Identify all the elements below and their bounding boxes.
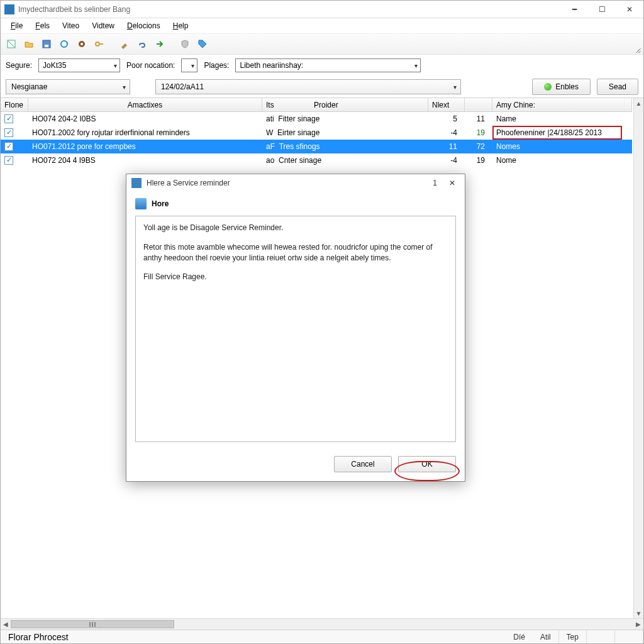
tool-link-icon[interactable] <box>135 37 149 51</box>
dialog-body: Yoll age is be Disagole Service Reminder… <box>135 216 456 442</box>
dialog-heading: Hore <box>152 199 169 208</box>
ok-button[interactable]: OK <box>398 456 456 472</box>
col-nlext[interactable]: Nlext <box>428 98 465 112</box>
tool-key-icon[interactable] <box>92 37 106 51</box>
dialog-heading-icon <box>135 198 147 209</box>
menubar: File Fels Viteo Vidtew Delocions Help <box>1 18 643 33</box>
status-c: Tep <box>559 630 587 643</box>
row-name[interactable]: Name <box>492 112 632 126</box>
filter-bar: Segure: JoKt35 Poor nocation: Plages: Li… <box>1 55 643 76</box>
tool-tag-icon[interactable] <box>196 37 209 51</box>
sead-button[interactable]: Sead <box>597 79 638 95</box>
row-amy[interactable]: 19 <box>465 126 492 140</box>
col-amy[interactable] <box>465 98 492 112</box>
status-a: Díé <box>506 630 533 643</box>
tool-gear-icon[interactable] <box>75 37 89 51</box>
dialog-p2: Retor this mote avamble whecome will hew… <box>143 242 448 264</box>
row-check[interactable] <box>1 140 28 153</box>
menu-help[interactable]: Help <box>167 20 195 31</box>
col-flone[interactable]: Flone <box>1 98 28 112</box>
col-amy-chine[interactable]: Amy Chine: <box>492 98 632 112</box>
svg-rect-2 <box>45 45 48 47</box>
tool-refresh-icon[interactable] <box>57 37 71 51</box>
cancel-button[interactable]: Cancel <box>334 456 392 472</box>
row-check[interactable] <box>1 126 28 140</box>
tool-shield-icon[interactable] <box>178 37 192 51</box>
row-check[interactable] <box>1 112 28 126</box>
row-name[interactable]: Nomes <box>492 140 632 153</box>
segure-label: Segure: <box>6 61 32 70</box>
segure-combo[interactable]: JoKt35 <box>38 58 120 72</box>
scroll-right-icon[interactable]: ▶ <box>633 619 643 630</box>
poor-label: Poor nocation: <box>126 61 175 70</box>
row-code[interactable]: HO071.2002 fory rojutar irderfinional re… <box>28 126 262 140</box>
menu-delocions[interactable]: Delocions <box>121 20 167 31</box>
row-proider[interactable]: ao Cnter sinage <box>262 153 428 167</box>
status-b: Atil <box>533 630 559 643</box>
status-extra2 <box>615 630 643 643</box>
date-combo[interactable]: 124/02/aA11 <box>155 79 461 94</box>
row-amy[interactable]: 19 <box>465 153 492 167</box>
col-its-hidden[interactable]: Its Proider <box>262 98 428 112</box>
toolbar <box>1 33 643 55</box>
plages-combo[interactable]: Libeth neariinshay: <box>235 58 421 72</box>
filter-bar-2: Nesgianae 124/02/aA11 Enbles Sead <box>1 76 643 97</box>
vertical-scrollbar[interactable]: ▲ ▼ <box>633 98 643 618</box>
row-proider[interactable]: aF Tres sfinogs <box>262 140 428 153</box>
scroll-track[interactable] <box>11 619 633 630</box>
service-reminder-dialog: Hlere a Service reminder 1 ✕ Hore Yoll a… <box>126 174 465 482</box>
menu-file[interactable]: File <box>4 20 29 31</box>
dialog-title-num: 1 <box>433 179 437 187</box>
toolbar-grip-icon <box>635 47 641 53</box>
statusbar: Florar Phrocest Díé Atil Tep <box>1 630 643 643</box>
svg-point-5 <box>80 43 83 45</box>
menu-viteo[interactable]: Viteo <box>56 20 86 31</box>
tool-save-icon[interactable] <box>40 37 53 51</box>
menu-fels[interactable]: Fels <box>29 20 56 31</box>
scroll-up-icon[interactable]: ▲ <box>634 98 643 108</box>
row-amy[interactable]: 72 <box>465 140 492 153</box>
row-check[interactable] <box>1 153 28 167</box>
dialog-icon <box>131 178 142 188</box>
scroll-left-icon[interactable]: ◀ <box>1 619 11 630</box>
dialog-title: Hlere a Service reminder <box>147 179 433 187</box>
plages-label: Plages: <box>204 61 229 70</box>
tool-new-icon[interactable] <box>4 37 18 51</box>
tool-open-icon[interactable] <box>22 37 36 51</box>
row-code[interactable]: HO072 204 4 I9BS <box>28 153 262 167</box>
dialog-close-button[interactable]: ✕ <box>445 179 460 187</box>
row-code[interactable]: HO071.2012 pore for cempbes <box>28 140 262 153</box>
row-name[interactable]: Phoofeneniner |24/188/25 2013 <box>492 126 632 140</box>
status-extra <box>587 630 615 643</box>
menu-vidtew[interactable]: Vidtew <box>86 20 121 31</box>
row-nlext[interactable]: 5 <box>428 112 465 126</box>
enables-button[interactable]: Enbles <box>532 79 591 95</box>
row-proider[interactable]: W Eirter sinage <box>262 126 428 140</box>
horizontal-scrollbar[interactable]: ◀ ▶ <box>1 618 643 630</box>
row-amy[interactable]: 11 <box>465 112 492 126</box>
status-left: Florar Phrocest <box>1 630 506 643</box>
row-nlext[interactable]: -4 <box>428 126 465 140</box>
window-title: Imydecthardbeit bs selinber Bang <box>18 5 560 14</box>
col-amactixes[interactable]: Amactixes <box>28 98 262 112</box>
dialog-p3: Fill Service Ragee. <box>143 272 448 282</box>
scroll-down-icon[interactable]: ▼ <box>634 608 643 618</box>
tool-wrench-icon[interactable] <box>118 37 131 51</box>
minimize-button[interactable]: ━ <box>560 1 588 18</box>
close-button[interactable]: ✕ <box>616 1 643 18</box>
svg-point-3 <box>61 41 67 47</box>
row-nlext[interactable]: 11 <box>428 140 465 153</box>
nesgianae-combo[interactable]: Nesgianae <box>6 79 130 94</box>
app-icon <box>4 4 14 14</box>
svg-point-6 <box>96 42 99 46</box>
row-name[interactable]: Nome <box>492 153 632 167</box>
scroll-thumb[interactable] <box>11 620 174 628</box>
dialog-p1: Yoll age is be Disagole Service Reminder… <box>143 223 448 233</box>
maximize-button[interactable]: ☐ <box>588 1 616 18</box>
tool-export-icon[interactable] <box>153 37 167 51</box>
row-proider[interactable]: ati Fitter sinage <box>262 112 428 126</box>
row-nlext[interactable]: -4 <box>428 153 465 167</box>
row-code[interactable]: HO074 204-2 I0BS <box>28 112 262 126</box>
poor-combo[interactable] <box>181 58 197 72</box>
green-dot-icon <box>544 83 552 91</box>
